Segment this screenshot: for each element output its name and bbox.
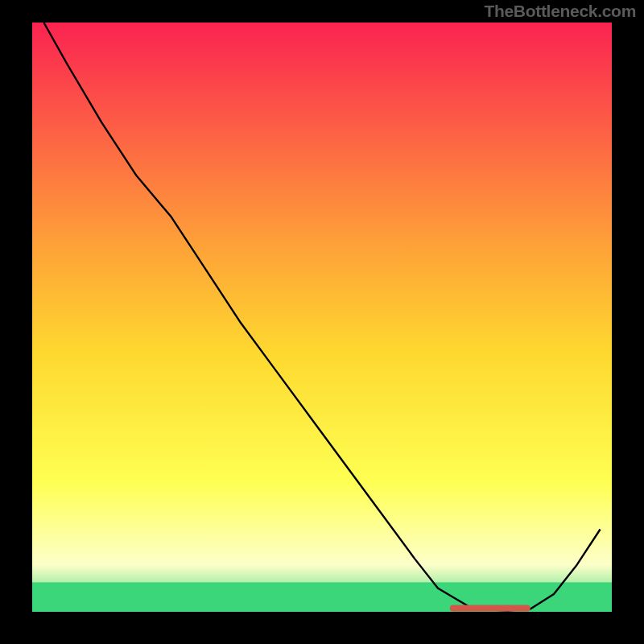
chart-frame: TheBottleneck.com (0, 0, 644, 644)
watermark-text: TheBottleneck.com (484, 2, 636, 21)
optimal-point-marker (450, 605, 530, 612)
plot-area (32, 23, 612, 612)
chart-svg (32, 23, 612, 612)
gradient-background (32, 23, 612, 612)
